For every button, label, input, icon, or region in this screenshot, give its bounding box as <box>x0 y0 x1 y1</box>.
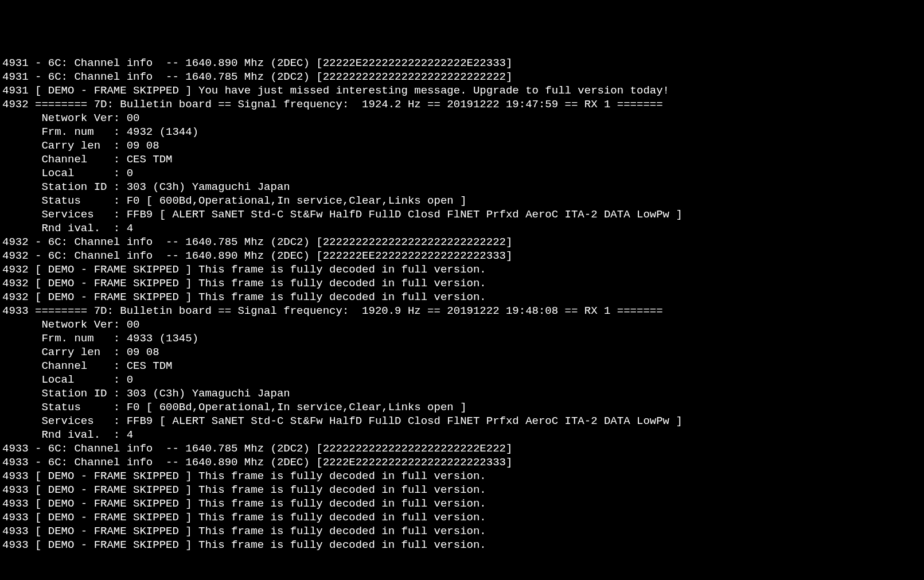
terminal-line: 4931 - 6C: Channel info -- 1640.890 Mhz … <box>0 56 924 70</box>
terminal-line: 4933 [ DEMO - FRAME SKIPPED ] This frame… <box>0 483 924 497</box>
terminal-line: 4932 [ DEMO - FRAME SKIPPED ] This frame… <box>0 277 924 290</box>
terminal-line: 4933 - 6C: Channel info -- 1640.785 Mhz … <box>0 442 924 456</box>
terminal-line: 4933 [ DEMO - FRAME SKIPPED ] This frame… <box>0 511 924 524</box>
terminal-line: Station ID : 303 (C3h) Yamaguchi Japan <box>0 387 924 400</box>
terminal-line: Channel : CES TDM <box>0 359 924 373</box>
terminal-line: Carry len : 09 08 <box>0 345 924 359</box>
terminal-line: 4933 ======== 7D: Bulletin board == Sign… <box>0 304 924 318</box>
terminal-output: 4931 - 6C: Channel info -- 1640.890 Mhz … <box>0 56 924 552</box>
terminal-line: Status : F0 [ 600Bd,Operational,In servi… <box>0 194 924 208</box>
terminal-line: Frm. num : 4933 (1345) <box>0 332 924 345</box>
terminal-line: Station ID : 303 (C3h) Yamaguchi Japan <box>0 180 924 194</box>
terminal-line: Services : FFB9 [ ALERT SaNET Std-C St&F… <box>0 208 924 221</box>
terminal-line: Local : 0 <box>0 373 924 387</box>
terminal-line: 4933 [ DEMO - FRAME SKIPPED ] This frame… <box>0 538 924 552</box>
terminal-line: Local : 0 <box>0 166 924 180</box>
terminal-line: Status : F0 [ 600Bd,Operational,In servi… <box>0 400 924 414</box>
terminal-line: 4932 - 6C: Channel info -- 1640.785 Mhz … <box>0 235 924 249</box>
terminal-line: 4932 [ DEMO - FRAME SKIPPED ] This frame… <box>0 263 924 277</box>
terminal-line: Network Ver: 00 <box>0 111 924 125</box>
terminal-line: 4932 ======== 7D: Bulletin board == Sign… <box>0 98 924 111</box>
terminal-line: Carry len : 09 08 <box>0 139 924 153</box>
terminal-line: Rnd ival. : 4 <box>0 428 924 442</box>
terminal-line: 4933 - 6C: Channel info -- 1640.890 Mhz … <box>0 456 924 469</box>
terminal-line: 4932 [ DEMO - FRAME SKIPPED ] This frame… <box>0 290 924 304</box>
terminal-line: 4931 [ DEMO - FRAME SKIPPED ] You have j… <box>0 84 924 98</box>
terminal-line: 4933 [ DEMO - FRAME SKIPPED ] This frame… <box>0 497 924 511</box>
terminal-line: Rnd ival. : 4 <box>0 221 924 235</box>
terminal-line: 4932 - 6C: Channel info -- 1640.890 Mhz … <box>0 249 924 263</box>
terminal-line: 4933 [ DEMO - FRAME SKIPPED ] This frame… <box>0 524 924 538</box>
terminal-line: 4933 [ DEMO - FRAME SKIPPED ] This frame… <box>0 469 924 483</box>
terminal-line: Network Ver: 00 <box>0 318 924 332</box>
terminal-line: Frm. num : 4932 (1344) <box>0 125 924 139</box>
terminal-line: Services : FFB9 [ ALERT SaNET Std-C St&F… <box>0 414 924 428</box>
terminal-line: 4931 - 6C: Channel info -- 1640.785 Mhz … <box>0 70 924 84</box>
terminal-line: Channel : CES TDM <box>0 153 924 166</box>
